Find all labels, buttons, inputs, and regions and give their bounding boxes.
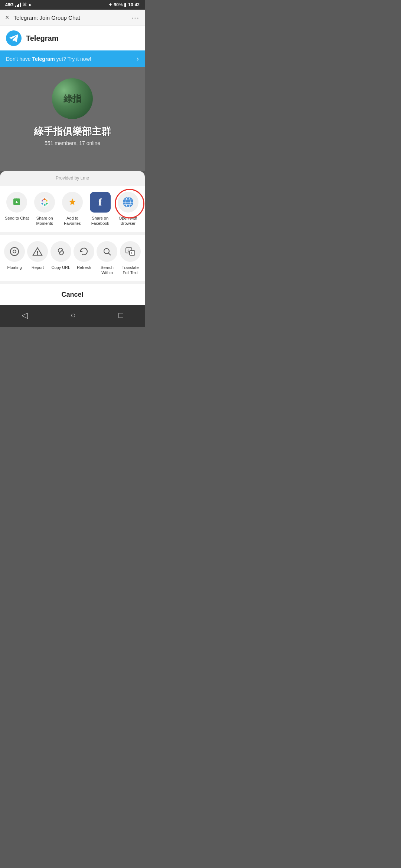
more-button[interactable]: ··· (131, 13, 140, 22)
banner-text: Don't have Telegram yet? Try it now! (6, 56, 91, 62)
svg-line-19 (109, 253, 111, 255)
svg-text:A: A (131, 252, 133, 254)
share-on-moments-label: Share on Moments (32, 216, 58, 226)
share-on-moments-icon-circle (34, 192, 55, 213)
translate-icon-circle: 文 A (120, 241, 141, 262)
svg-point-13 (13, 250, 16, 253)
search-within-label: Search Within (95, 265, 118, 276)
status-bar: 46G ⌘ ► ✦ 90% ▮ 10:42 (0, 0, 145, 10)
action-row-2: Floating Report Copy URL (0, 235, 145, 282)
battery-label: 90% (114, 2, 123, 7)
group-avatar: 綠指 (52, 78, 93, 119)
action-row-1: Send to Chat Share on Moments (0, 186, 145, 232)
share-on-moments-button[interactable]: Share on Moments (31, 192, 59, 226)
bottom-sheet: Provided by t.me Send to Chat (0, 171, 145, 305)
share-on-facebook-icon-circle: f (90, 192, 111, 213)
status-left: 46G ⌘ ► (5, 2, 33, 7)
add-to-favorites-button[interactable]: Add to Favorites (59, 192, 87, 226)
report-button[interactable]: Report (26, 241, 49, 276)
app-name-label: Telegram (26, 34, 58, 43)
refresh-label: Refresh (77, 265, 91, 270)
signal-bars (15, 3, 21, 7)
share-on-facebook-label: Share on Facebook (87, 216, 113, 226)
floating-label: Floating (7, 265, 22, 270)
cancel-button[interactable]: Cancel (0, 284, 145, 305)
copy-url-button[interactable]: Copy URL (49, 241, 72, 276)
svg-point-12 (10, 247, 19, 256)
open-with-browser-label: Open with Browser (115, 216, 141, 226)
telegram-icon (6, 30, 22, 46)
refresh-button[interactable]: Refresh (72, 241, 95, 276)
banner-arrow: › (137, 55, 139, 63)
status-right: ✦ 90% ▮ 10:42 (108, 2, 140, 7)
browser-header: × Telegram: Join Group Chat ··· (0, 10, 145, 26)
copy-url-icon-circle (50, 241, 71, 262)
copy-url-label: Copy URL (51, 265, 70, 270)
carrier-label: 46G (5, 2, 14, 7)
refresh-icon-circle (74, 241, 94, 262)
group-name: 綠手指俱樂部主群 (34, 125, 111, 138)
translate-full-text-button[interactable]: 文 A Translate Full Text (119, 241, 142, 276)
group-members-info: 551 members, 17 online (45, 140, 100, 146)
svg-point-18 (104, 249, 109, 254)
open-with-browser-icon-circle (118, 192, 138, 213)
send-to-chat-label: Send to Chat (5, 216, 29, 221)
group-avatar-text: 綠指 (63, 93, 81, 105)
telegram-banner[interactable]: Don't have Telegram yet? Try it now! › (0, 50, 145, 67)
provided-by-label: Provided by t.me (0, 175, 145, 181)
bluetooth-icon: ✦ (108, 2, 112, 7)
nav-bar: ◁ ○ □ (0, 305, 145, 327)
close-button[interactable]: × (5, 14, 9, 22)
time-label: 10:42 (128, 2, 140, 7)
send-to-chat-button[interactable]: Send to Chat (3, 192, 31, 226)
report-icon-circle (27, 241, 48, 262)
search-within-button[interactable]: Search Within (95, 241, 118, 276)
floating-button[interactable]: Floating (3, 241, 26, 276)
add-to-favorites-icon-circle (62, 192, 83, 213)
back-button[interactable]: ◁ (14, 309, 35, 322)
page-title: Telegram: Join Group Chat (14, 14, 131, 21)
group-avatar-image: 綠指 (52, 78, 93, 119)
open-with-browser-button[interactable]: Open with Browser (114, 192, 142, 226)
cancel-section: Cancel (0, 284, 145, 305)
report-label: Report (32, 265, 44, 270)
search-within-icon-circle (97, 241, 117, 262)
send-to-chat-icon-circle (6, 192, 27, 213)
svg-rect-3 (16, 201, 17, 203)
battery-icon: ▮ (124, 2, 127, 7)
home-button[interactable]: ○ (63, 309, 83, 322)
svg-marker-6 (69, 198, 76, 205)
recents-button[interactable]: □ (111, 309, 131, 322)
svg-line-17 (59, 250, 62, 253)
svg-point-5 (43, 200, 46, 204)
group-page: 綠指 綠手指俱樂部主群 551 members, 17 online (0, 67, 145, 171)
wifi-icon: ⌘ (22, 2, 27, 7)
add-to-favorites-label: Add to Favorites (59, 216, 85, 226)
app-bar: Telegram (0, 26, 145, 50)
translate-full-text-label: Translate Full Text (119, 265, 142, 276)
floating-icon-circle (4, 241, 25, 262)
share-on-facebook-button[interactable]: f Share on Facebook (86, 192, 114, 226)
location-icon: ► (28, 2, 33, 7)
svg-point-16 (37, 254, 38, 254)
